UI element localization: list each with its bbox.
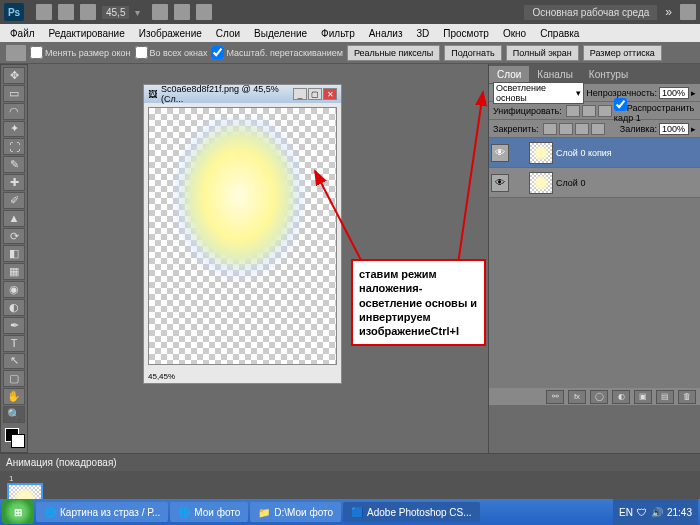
unify-label: Унифицировать: [493, 106, 562, 116]
opt-print-size[interactable]: Размер оттиска [583, 45, 662, 61]
layer-thumb[interactable] [529, 172, 553, 194]
tool-pen[interactable]: ✒ [3, 317, 25, 334]
tool-dodge[interactable]: ◐ [3, 299, 25, 316]
unify-pos-icon[interactable] [566, 105, 580, 117]
task-item[interactable]: 🟦Adobe Photoshop CS... [343, 502, 480, 522]
propagate-checkbox[interactable]: Распространить кадр 1 [614, 98, 696, 123]
tool-shape[interactable]: ▢ [3, 370, 25, 387]
opt-real-pixels[interactable]: Реальные пикселы [347, 45, 440, 61]
tray-icon[interactable]: 🛡 [637, 507, 647, 518]
start-button[interactable]: ⊞ [2, 500, 34, 524]
tray-clock[interactable]: 21:43 [667, 507, 692, 518]
system-tray[interactable]: EN 🛡 🔊 21:43 [613, 499, 698, 525]
layer-delete-icon[interactable]: 🗑 [678, 390, 696, 404]
workspace-chevron-icon[interactable]: » [665, 5, 672, 19]
background-swatch[interactable] [11, 434, 25, 448]
tool-heal[interactable]: ✚ [3, 174, 25, 191]
layer-fx-icon[interactable]: fx [568, 390, 586, 404]
workspace-button[interactable]: Основная рабочая среда [524, 5, 657, 20]
toolbox: ✥ ▭ ◠ ✦ ⛶ ✎ ✚ ✐ ▲ ⟳ ◧ ▦ ◉ ◐ ✒ T ↖ ▢ ✋ 🔍 [0, 64, 28, 453]
menu-3d[interactable]: 3D [410, 26, 435, 41]
layer-thumb[interactable] [529, 142, 553, 164]
tab-channels[interactable]: Каналы [529, 66, 581, 83]
zoom-field[interactable]: 45,5 [102, 6, 129, 19]
layer-new-icon[interactable]: ▤ [656, 390, 674, 404]
tool-marquee[interactable]: ▭ [3, 85, 25, 102]
tray-lang[interactable]: EN [619, 507, 633, 518]
opt-resize-windows[interactable]: Менять размер окон [30, 46, 131, 59]
menu-edit[interactable]: Редактирование [43, 26, 131, 41]
tool-gradient[interactable]: ▦ [3, 263, 25, 280]
layer-item[interactable]: 👁 Слой 0 [489, 168, 700, 198]
tool-lasso[interactable]: ◠ [3, 103, 25, 120]
tray-icon[interactable]: 🔊 [651, 507, 663, 518]
tool-wand[interactable]: ✦ [3, 121, 25, 138]
doc-minimize-button[interactable]: _ [293, 88, 307, 100]
tool-preset-icon[interactable] [6, 45, 26, 61]
opacity-field[interactable]: 100% [659, 87, 689, 99]
arrange-icon[interactable] [174, 4, 190, 20]
menu-layers[interactable]: Слои [210, 26, 246, 41]
bridge-icon[interactable] [36, 4, 52, 20]
tool-blur[interactable]: ◉ [3, 281, 25, 298]
opt-all-windows[interactable]: Во всех окнах [135, 46, 208, 59]
layer-folder-icon[interactable]: ▣ [634, 390, 652, 404]
tool-zoom[interactable]: 🔍 [3, 406, 25, 423]
minibridge-icon[interactable] [58, 4, 74, 20]
menu-image[interactable]: Изображение [133, 26, 208, 41]
tool-brush[interactable]: ✐ [3, 192, 25, 209]
layer-visibility-icon[interactable]: 👁 [491, 144, 509, 162]
tool-type[interactable]: T [3, 335, 25, 352]
opt-fullscreen[interactable]: Полный экран [506, 45, 579, 61]
tool-history[interactable]: ⟳ [3, 228, 25, 245]
screen-mode-icon[interactable] [196, 4, 212, 20]
hand-icon[interactable] [152, 4, 168, 20]
tab-paths[interactable]: Контуры [581, 66, 636, 83]
layer-mask-icon[interactable]: ◯ [590, 390, 608, 404]
animation-title[interactable]: Анимация (покадровая) [0, 454, 700, 471]
menu-analysis[interactable]: Анализ [363, 26, 409, 41]
tool-hand[interactable]: ✋ [3, 388, 25, 405]
doc-close-button[interactable]: ✕ [323, 88, 337, 100]
tool-stamp[interactable]: ▲ [3, 210, 25, 227]
layer-adjust-icon[interactable]: ◐ [612, 390, 630, 404]
lock-all-icon[interactable] [591, 123, 605, 135]
canvas-area: 🖼 Sc0a6e8d8f21f.png @ 45,5% (Сл... _ ▢ ✕… [28, 64, 488, 453]
tool-eraser[interactable]: ◧ [3, 245, 25, 262]
task-item[interactable]: 🌐Мои фото [170, 502, 248, 522]
color-swatches[interactable] [3, 428, 25, 450]
lock-pixels-icon[interactable] [543, 123, 557, 135]
menu-file[interactable]: Файл [4, 26, 41, 41]
lock-pos-icon[interactable] [575, 123, 589, 135]
layer-visibility-icon[interactable]: 👁 [491, 174, 509, 192]
menu-window[interactable]: Окно [497, 26, 532, 41]
opt-fit[interactable]: Подогнать [444, 45, 501, 61]
menu-help[interactable]: Справка [534, 26, 585, 41]
view-extras-icon[interactable] [80, 4, 96, 20]
task-item[interactable]: 📁D:\Мои фото [250, 502, 341, 522]
titlebar-icon[interactable] [680, 4, 696, 20]
tool-path[interactable]: ↖ [3, 353, 25, 370]
task-item[interactable]: 🌐Картина из страз / Р... [36, 502, 168, 522]
menu-view[interactable]: Просмотр [437, 26, 495, 41]
document-window[interactable]: 🖼 Sc0a6e8d8f21f.png @ 45,5% (Сл... _ ▢ ✕… [143, 84, 342, 384]
blend-mode-select[interactable]: Осветление основы▾ [493, 82, 584, 104]
unify-style-icon[interactable] [598, 105, 612, 117]
opt-scrubby-zoom[interactable]: Масштаб. перетаскиванием [211, 46, 342, 59]
layer-item[interactable]: 👁 Слой 0 копия [489, 138, 700, 168]
doc-maximize-button[interactable]: ▢ [308, 88, 322, 100]
layer-link-icon[interactable]: ⚯ [546, 390, 564, 404]
layer-name[interactable]: Слой 0 копия [556, 148, 612, 158]
document-canvas[interactable] [148, 107, 337, 365]
layer-name[interactable]: Слой 0 [556, 178, 585, 188]
tool-eyedropper[interactable]: ✎ [3, 156, 25, 173]
tool-crop[interactable]: ⛶ [3, 138, 25, 155]
unify-vis-icon[interactable] [582, 105, 596, 117]
fill-field[interactable]: 100% [659, 123, 689, 135]
menu-select[interactable]: Выделение [248, 26, 313, 41]
tab-layers[interactable]: Слои [489, 66, 529, 83]
document-titlebar[interactable]: 🖼 Sc0a6e8d8f21f.png @ 45,5% (Сл... _ ▢ ✕ [144, 85, 341, 103]
lock-paint-icon[interactable] [559, 123, 573, 135]
tool-move[interactable]: ✥ [3, 67, 25, 84]
menu-filter[interactable]: Фильтр [315, 26, 361, 41]
